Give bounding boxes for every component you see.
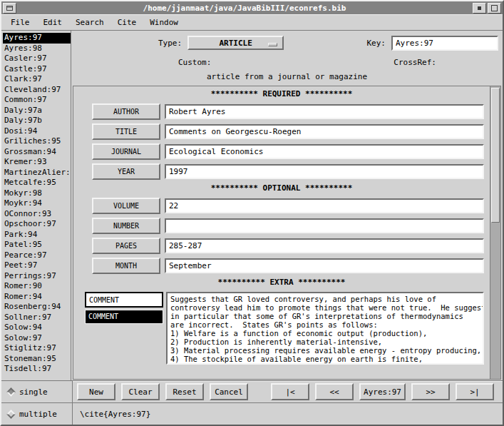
ref-list-item[interactable]: Mokyr:98 (3, 188, 71, 199)
menu-item-window[interactable]: Window (150, 18, 178, 27)
reset-button[interactable]: Reset (165, 383, 204, 400)
new-button[interactable]: New (77, 383, 115, 400)
window-menu-icon[interactable] (3, 3, 16, 14)
ref-list-item[interactable]: Ayres:97 (3, 33, 71, 44)
type-dropdown[interactable]: ARTICLE (187, 36, 284, 50)
field-input-journal[interactable] (165, 144, 484, 159)
field-input-number[interactable] (165, 218, 484, 233)
nav-last-button[interactable]: >| (456, 383, 494, 400)
ref-list-item[interactable]: Grossman:94 (3, 147, 71, 158)
ref-list-item[interactable]: Stiglitz:97 (3, 343, 71, 354)
ref-list-item[interactable]: Sollner:97 (3, 313, 71, 323)
clear-button[interactable]: Clear (121, 383, 160, 400)
reference-key-list: Ayres:97Ayres:98Casler:97Castle:97Clark:… (1, 31, 71, 380)
menubar: FileEditSearchCiteWindow (1, 14, 503, 31)
record-navigation: |<<<Ayres:97>>>| (271, 383, 494, 400)
ref-list-item[interactable]: Castle:97 (3, 64, 71, 75)
field-input-volume[interactable] (165, 198, 484, 213)
key-label: Key: (367, 39, 386, 48)
window-title: /home/jjanmaat/java/JavaBibIII/econrefs.… (17, 4, 472, 13)
key-input[interactable] (391, 36, 498, 51)
required-fields: AUTHORTITLEJOURNALYEAR (73, 103, 490, 180)
ref-list-item[interactable]: Solow:97 (3, 333, 71, 344)
ref-list-item[interactable]: Rosenberg:94 (3, 302, 71, 313)
window-menu-glyph-icon (6, 6, 13, 11)
type-key-row: Type: ARTICLE Key: (71, 34, 498, 51)
ref-list-item[interactable]: Opschoor:97 (3, 219, 71, 230)
ref-list-item[interactable]: Griliches:95 (3, 136, 71, 147)
option-menu-dash-icon (268, 43, 277, 46)
ref-list-item[interactable]: Cleveland:97 (3, 85, 71, 96)
cancel-button[interactable]: Cancel (210, 383, 248, 400)
field-row-month: MONTH (92, 258, 484, 274)
field-label-journal: JOURNAL (92, 143, 160, 160)
nav-first-button[interactable]: |< (271, 383, 309, 400)
type-value: ARTICLE (219, 39, 252, 48)
ref-list-item[interactable]: Moykr:94 (3, 198, 71, 209)
extra-field-option[interactable]: COMMENT (86, 310, 163, 323)
minimize-icon[interactable] (473, 3, 486, 14)
ref-list-item[interactable]: Tisdell:97 (3, 364, 71, 375)
ref-list-item[interactable]: Casler:97 (3, 54, 71, 64)
field-input-pages[interactable] (165, 238, 484, 253)
ref-list-item[interactable]: Perrings:97 (3, 271, 71, 282)
titlebar: /home/jjanmaat/java/JavaBibIII/econrefs.… (1, 1, 503, 14)
nav-current-button[interactable]: Ayres:97 (359, 383, 406, 400)
ref-list-item[interactable]: Stoneman:95 (3, 354, 71, 365)
ref-list-item[interactable]: Metcalfe:95 (3, 178, 71, 188)
mode-toggle-multiple[interactable]: multiple (1, 403, 73, 425)
ref-list-item[interactable]: Ayres:98 (3, 44, 71, 54)
field-input-author[interactable] (165, 104, 484, 119)
ref-list-item[interactable]: Peet:97 (3, 260, 71, 271)
actions-row: NewClearResetCancel |<<<Ayres:97>>>| (73, 381, 503, 403)
field-label-author: AUTHOR (92, 103, 160, 120)
mode-toggle-single[interactable]: single (1, 381, 73, 403)
menu-item-file[interactable]: File (11, 18, 30, 27)
custom-crossref-row: Custom: CrossRef: (71, 56, 503, 69)
ref-list-item[interactable]: OConnor:93 (3, 209, 71, 220)
field-input-month[interactable] (165, 258, 484, 273)
field-row-journal: JOURNAL (92, 143, 484, 160)
ref-list-item[interactable]: Romer:90 (3, 281, 71, 292)
custom-label: Custom: (178, 58, 211, 67)
nav-next-button[interactable]: >> (411, 383, 450, 400)
ref-list-item[interactable]: Dosi:94 (3, 126, 71, 137)
extra-field-dropdown: COMMENT (85, 310, 163, 324)
comment-textarea[interactable]: Suggests that GR loved controversy, and … (166, 292, 484, 365)
optional-section-header: ********** OPTIONAL ********** (73, 183, 490, 195)
ref-list-item[interactable]: Romer:94 (3, 292, 71, 303)
ref-list-item[interactable]: Common:97 (3, 95, 71, 106)
field-input-year[interactable] (165, 164, 484, 179)
menu-item-edit[interactable]: Edit (43, 18, 63, 27)
field-row-volume: VOLUME (92, 198, 484, 214)
field-row-number: NUMBER (92, 218, 484, 234)
field-row-year: YEAR (92, 163, 484, 180)
menu-item-search[interactable]: Search (76, 18, 104, 27)
ref-list-item[interactable]: Daly:97a (3, 106, 71, 116)
nav-prev-button[interactable]: << (315, 383, 354, 400)
field-row-pages: PAGES (92, 238, 484, 254)
required-section-header: ********** REQUIRED ********** (73, 89, 490, 101)
menu-item-cite[interactable]: Cite (118, 18, 137, 27)
field-label-pages: PAGES (92, 238, 160, 254)
field-label-number: NUMBER (92, 218, 160, 234)
ref-list-item[interactable]: Daly:97b (3, 116, 71, 126)
ref-list-item[interactable]: Pearce:97 (3, 250, 71, 261)
extra-section-header: ********** EXTRA ********** (73, 278, 490, 289)
fields-panel: ********** REQUIRED ********** AUTHORTIT… (73, 86, 501, 380)
ref-list-item[interactable]: Park:94 (3, 230, 71, 240)
ref-list-item[interactable]: Patel:95 (3, 240, 71, 250)
maximize-icon[interactable] (488, 3, 501, 14)
cite-command-text: \cite{Ayres:97} (73, 403, 503, 425)
entry-editor: Type: ARTICLE Key: Custom: CrossRef: art… (71, 31, 503, 380)
ref-list-item[interactable]: Clark:97 (3, 74, 71, 85)
scrollbar-thumb-icon[interactable] (491, 88, 500, 223)
ref-list-item[interactable]: MartinezAlier:9 (3, 168, 71, 178)
field-label-title: TITLE (92, 123, 160, 140)
ref-list-item[interactable]: Kremer:93 (3, 157, 71, 168)
field-input-title[interactable] (165, 124, 484, 139)
ref-list-item[interactable]: Solow:94 (3, 323, 71, 333)
extra-field-combo[interactable]: COMMENT (85, 292, 163, 308)
form-scrollbar[interactable] (490, 86, 500, 379)
maximize-glyph-icon (491, 5, 498, 11)
